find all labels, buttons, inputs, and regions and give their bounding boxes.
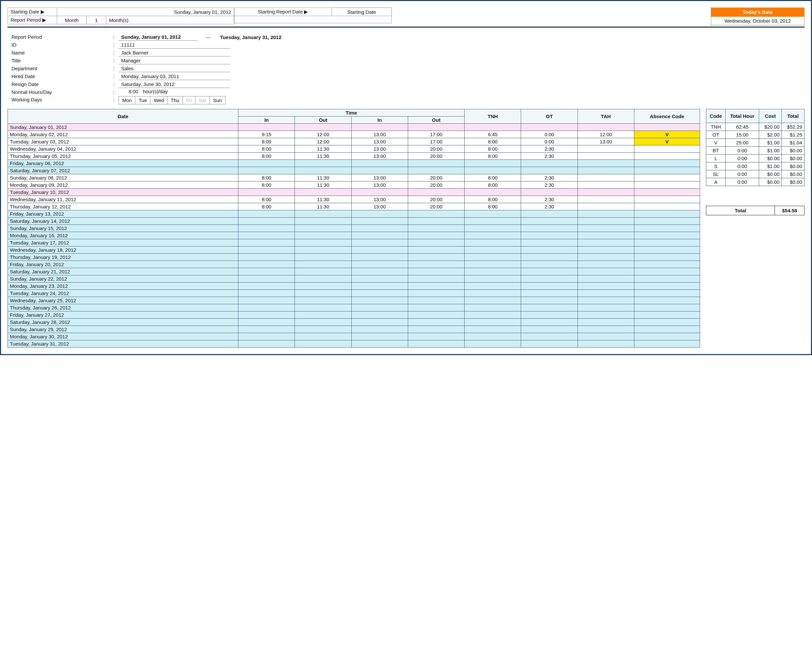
table-row: Tuesday, January 03, 20128:0012:0013:001…	[8, 138, 700, 146]
info-dept-value[interactable]: Sales	[119, 65, 230, 72]
info-normal-hours-value[interactable]: 8:00	[119, 89, 138, 94]
table-row: Sunday, January 15, 2012	[8, 225, 700, 232]
cell-date: Sunday, January 15, 2012	[8, 225, 239, 232]
table-row: Monday, January 23, 2012	[8, 282, 700, 290]
starting-report-date-label: Starting Report Date ▶	[234, 8, 332, 16]
table-row: Thursday, January 05, 20128:0011:3013:00…	[8, 153, 700, 160]
cell-date: Saturday, January 14, 2012	[8, 218, 239, 225]
table-row: Sunday, January 22, 2012	[8, 275, 700, 282]
summary-row: TNH62:45$20.00$52.29	[706, 123, 804, 131]
working-day-sat[interactable]: Sat	[195, 97, 210, 104]
table-row: Sunday, January 08, 20128:0011:3013:0020…	[8, 174, 700, 182]
table-row: Saturday, January 14, 2012	[8, 218, 700, 225]
summary-row: S0:00$1.00$0.00	[706, 163, 804, 170]
table-row: Wednesday, January 25, 2012	[8, 297, 700, 304]
starting-date-value[interactable]: Sunday, January 01, 2012	[57, 8, 234, 16]
sum-col-hour: Total Hour	[726, 109, 759, 123]
working-day-fri[interactable]: Fri	[182, 97, 195, 104]
table-row: Saturday, January 28, 2012	[8, 319, 700, 326]
table-row: Monday, January 09, 20128:0011:3013:0020…	[8, 182, 700, 189]
table-row: Tuesday, January 17, 2012	[8, 239, 700, 246]
table-row: Monday, January 16, 2012	[8, 232, 700, 239]
cell-date: Wednesday, January 11, 2012	[8, 196, 239, 203]
col-absence: Absence Code	[634, 109, 700, 124]
info-id-value[interactable]: 11111	[119, 41, 230, 49]
col-in1: In	[239, 116, 295, 124]
cell-date: Monday, January 09, 2012	[8, 182, 239, 189]
summary-row: SL0:00$0.00$0.00	[706, 170, 804, 178]
summary-table: Code Total Hour Cost Total TNH62:45$20.0…	[706, 109, 804, 186]
table-row: Thursday, January 26, 2012	[8, 304, 700, 312]
cell-date: Monday, January 23, 2012	[8, 282, 239, 290]
table-row: Tuesday, January 24, 2012	[8, 290, 700, 297]
grand-total-label: Total	[706, 206, 775, 215]
table-row: Tuesday, January 31, 2012	[8, 340, 700, 348]
col-out2: Out	[408, 116, 464, 124]
col-tah: TAH	[578, 109, 634, 124]
table-row: Saturday, January 21, 2012	[8, 268, 700, 275]
cell-date: Friday, January 20, 2012	[8, 261, 239, 268]
info-dept-label: Department	[10, 65, 109, 72]
report-period-qty[interactable]: 1	[87, 16, 107, 24]
top-header: Starting Date ▶ Sunday, January 01, 2012…	[8, 8, 804, 25]
info-hired-value[interactable]: Monday, January 03, 2011	[119, 73, 230, 80]
table-row: Friday, January 13, 2012	[8, 210, 700, 218]
report-period-from: Sunday, January 01, 2012	[119, 33, 197, 41]
cell-date: Tuesday, January 31, 2012	[8, 340, 239, 348]
working-day-sun[interactable]: Sun	[209, 97, 225, 104]
cell-date: Thursday, January 19, 2012	[8, 254, 239, 261]
summary-row: L0:00$0.00$0.00	[706, 155, 804, 163]
cell-date: Saturday, January 21, 2012	[8, 268, 239, 275]
cell-date: Wednesday, January 18, 2012	[8, 246, 239, 254]
info-name-value[interactable]: Jack Banner	[119, 49, 230, 56]
table-row: Wednesday, January 18, 2012	[8, 246, 700, 254]
cell-date: Sunday, January 08, 2012	[8, 174, 239, 182]
cell-date: Sunday, January 01, 2012	[8, 124, 239, 131]
working-day-mon[interactable]: Mon	[119, 97, 135, 104]
col-tnh: TNH	[465, 109, 521, 124]
working-day-wed[interactable]: Wed	[151, 97, 168, 104]
sum-col-code: Code	[706, 109, 726, 123]
info-title-label: Title	[10, 57, 109, 64]
working-day-thu[interactable]: Thu	[168, 97, 183, 104]
grand-total-value: $54.58	[775, 206, 804, 215]
col-out1: Out	[295, 116, 351, 124]
table-row: Wednesday, January 11, 20128:0011:3013:0…	[8, 196, 700, 203]
cell-date: Tuesday, January 10, 2012	[8, 189, 239, 196]
summary-row: OT15:00$2.00$1.25	[706, 131, 804, 139]
cell-absence[interactable]: V	[634, 131, 700, 138]
info-resign-label: Resign Date	[10, 81, 109, 88]
today-date-value: Wednesday, October 03, 2012	[711, 16, 804, 25]
table-row: Monday, January 30, 2012	[8, 333, 700, 340]
table-row: Friday, January 06, 2012	[8, 160, 700, 167]
summary-row: BT0:00$1.00$0.00	[706, 147, 804, 155]
sum-col-total: Total	[781, 109, 804, 123]
cell-date: Thursday, January 26, 2012	[8, 304, 239, 312]
col-ot: OT	[521, 109, 578, 124]
cell-date: Monday, January 16, 2012	[8, 232, 239, 239]
cell-date: Monday, January 30, 2012	[8, 333, 239, 340]
report-period-label: Report Period ▶	[8, 16, 57, 24]
starting-report-date-value[interactable]: Starting Date	[331, 8, 391, 16]
table-row: Friday, January 27, 2012	[8, 312, 700, 319]
cell-date: Sunday, January 22, 2012	[8, 275, 239, 282]
cell-date: Wednesday, January 25, 2012	[8, 297, 239, 304]
cell-date: Saturday, January 07, 2012	[8, 167, 239, 174]
table-row: Wednesday, January 04, 20128:0011:3013:0…	[8, 146, 700, 153]
info-title-value[interactable]: Manager	[119, 57, 230, 64]
col-in2: In	[351, 116, 408, 124]
info-resign-value[interactable]: Saturday, June 30, 2012	[119, 81, 230, 88]
starting-date-label: Starting Date ▶	[8, 8, 57, 16]
info-normal-hours-label: Normal Hours/Day	[10, 89, 109, 96]
cell-date: Friday, January 06, 2012	[8, 160, 239, 167]
cell-date: Tuesday, January 24, 2012	[8, 290, 239, 297]
col-time: Time	[239, 109, 465, 116]
table-row: Friday, January 20, 2012	[8, 261, 700, 268]
cell-date: Tuesday, January 03, 2012	[8, 138, 239, 146]
working-days-table: MonTueWedThuFriSatSun	[119, 96, 226, 104]
report-period-unit[interactable]: Month	[57, 16, 87, 24]
employee-info: Report Period : Sunday, January 01, 2012…	[8, 33, 804, 104]
cell-absence[interactable]: V	[634, 138, 700, 146]
working-day-tue[interactable]: Tue	[135, 97, 151, 104]
info-id-label: ID	[10, 41, 109, 49]
